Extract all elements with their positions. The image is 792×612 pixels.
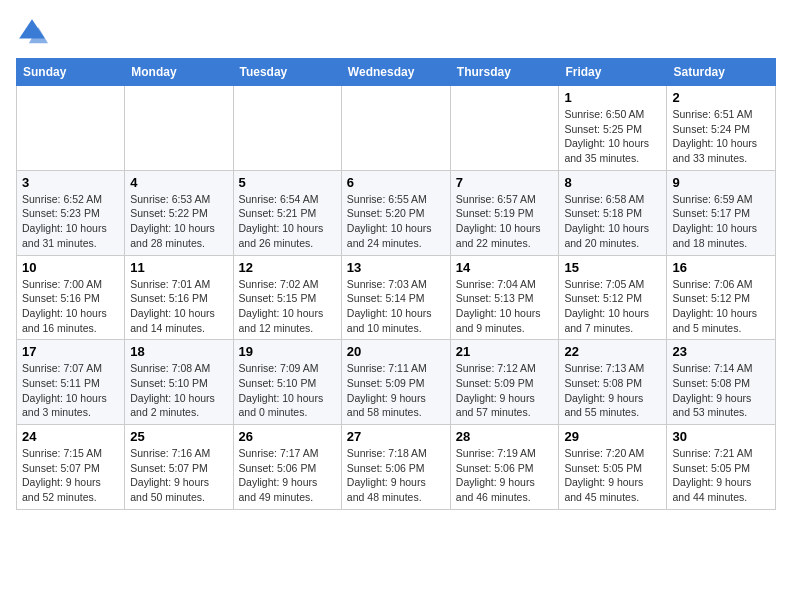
day-info: Sunrise: 7:18 AM Sunset: 5:06 PM Dayligh… xyxy=(347,446,445,505)
day-info: Sunrise: 7:19 AM Sunset: 5:06 PM Dayligh… xyxy=(456,446,554,505)
day-number: 5 xyxy=(239,175,336,190)
day-info: Sunrise: 7:12 AM Sunset: 5:09 PM Dayligh… xyxy=(456,361,554,420)
day-info: Sunrise: 7:00 AM Sunset: 5:16 PM Dayligh… xyxy=(22,277,119,336)
calendar-cell: 15Sunrise: 7:05 AM Sunset: 5:12 PM Dayli… xyxy=(559,255,667,340)
day-info: Sunrise: 7:05 AM Sunset: 5:12 PM Dayligh… xyxy=(564,277,661,336)
calendar-cell: 8Sunrise: 6:58 AM Sunset: 5:18 PM Daylig… xyxy=(559,170,667,255)
calendar-cell: 26Sunrise: 7:17 AM Sunset: 5:06 PM Dayli… xyxy=(233,425,341,510)
day-number: 14 xyxy=(456,260,554,275)
weekday-header: Sunday xyxy=(17,59,125,86)
calendar-cell: 16Sunrise: 7:06 AM Sunset: 5:12 PM Dayli… xyxy=(667,255,776,340)
day-info: Sunrise: 7:21 AM Sunset: 5:05 PM Dayligh… xyxy=(672,446,770,505)
calendar-cell: 24Sunrise: 7:15 AM Sunset: 5:07 PM Dayli… xyxy=(17,425,125,510)
day-info: Sunrise: 7:07 AM Sunset: 5:11 PM Dayligh… xyxy=(22,361,119,420)
calendar-cell: 28Sunrise: 7:19 AM Sunset: 5:06 PM Dayli… xyxy=(450,425,559,510)
calendar-cell: 30Sunrise: 7:21 AM Sunset: 5:05 PM Dayli… xyxy=(667,425,776,510)
calendar-cell: 2Sunrise: 6:51 AM Sunset: 5:24 PM Daylig… xyxy=(667,86,776,171)
logo-icon xyxy=(16,16,48,48)
day-info: Sunrise: 6:59 AM Sunset: 5:17 PM Dayligh… xyxy=(672,192,770,251)
calendar-cell: 21Sunrise: 7:12 AM Sunset: 5:09 PM Dayli… xyxy=(450,340,559,425)
calendar-cell: 1Sunrise: 6:50 AM Sunset: 5:25 PM Daylig… xyxy=(559,86,667,171)
day-number: 27 xyxy=(347,429,445,444)
day-number: 26 xyxy=(239,429,336,444)
day-info: Sunrise: 7:03 AM Sunset: 5:14 PM Dayligh… xyxy=(347,277,445,336)
calendar-cell: 18Sunrise: 7:08 AM Sunset: 5:10 PM Dayli… xyxy=(125,340,233,425)
day-info: Sunrise: 7:14 AM Sunset: 5:08 PM Dayligh… xyxy=(672,361,770,420)
day-number: 25 xyxy=(130,429,227,444)
day-number: 20 xyxy=(347,344,445,359)
day-info: Sunrise: 7:02 AM Sunset: 5:15 PM Dayligh… xyxy=(239,277,336,336)
calendar-cell: 4Sunrise: 6:53 AM Sunset: 5:22 PM Daylig… xyxy=(125,170,233,255)
day-number: 8 xyxy=(564,175,661,190)
day-number: 12 xyxy=(239,260,336,275)
day-number: 13 xyxy=(347,260,445,275)
day-number: 1 xyxy=(564,90,661,105)
calendar-header-row: SundayMondayTuesdayWednesdayThursdayFrid… xyxy=(17,59,776,86)
day-info: Sunrise: 7:13 AM Sunset: 5:08 PM Dayligh… xyxy=(564,361,661,420)
day-number: 21 xyxy=(456,344,554,359)
day-info: Sunrise: 6:57 AM Sunset: 5:19 PM Dayligh… xyxy=(456,192,554,251)
calendar-cell: 27Sunrise: 7:18 AM Sunset: 5:06 PM Dayli… xyxy=(341,425,450,510)
calendar-cell: 19Sunrise: 7:09 AM Sunset: 5:10 PM Dayli… xyxy=(233,340,341,425)
calendar-cell: 13Sunrise: 7:03 AM Sunset: 5:14 PM Dayli… xyxy=(341,255,450,340)
calendar-cell: 23Sunrise: 7:14 AM Sunset: 5:08 PM Dayli… xyxy=(667,340,776,425)
day-info: Sunrise: 7:04 AM Sunset: 5:13 PM Dayligh… xyxy=(456,277,554,336)
day-number: 16 xyxy=(672,260,770,275)
calendar-cell: 3Sunrise: 6:52 AM Sunset: 5:23 PM Daylig… xyxy=(17,170,125,255)
day-info: Sunrise: 7:20 AM Sunset: 5:05 PM Dayligh… xyxy=(564,446,661,505)
day-info: Sunrise: 7:09 AM Sunset: 5:10 PM Dayligh… xyxy=(239,361,336,420)
calendar-cell: 14Sunrise: 7:04 AM Sunset: 5:13 PM Dayli… xyxy=(450,255,559,340)
calendar-week-row: 1Sunrise: 6:50 AM Sunset: 5:25 PM Daylig… xyxy=(17,86,776,171)
day-number: 28 xyxy=(456,429,554,444)
day-number: 23 xyxy=(672,344,770,359)
calendar-table: SundayMondayTuesdayWednesdayThursdayFrid… xyxy=(16,58,776,510)
day-info: Sunrise: 7:06 AM Sunset: 5:12 PM Dayligh… xyxy=(672,277,770,336)
calendar-cell: 29Sunrise: 7:20 AM Sunset: 5:05 PM Dayli… xyxy=(559,425,667,510)
weekday-header: Wednesday xyxy=(341,59,450,86)
day-info: Sunrise: 6:51 AM Sunset: 5:24 PM Dayligh… xyxy=(672,107,770,166)
day-info: Sunrise: 6:52 AM Sunset: 5:23 PM Dayligh… xyxy=(22,192,119,251)
day-number: 29 xyxy=(564,429,661,444)
day-number: 10 xyxy=(22,260,119,275)
calendar-cell: 12Sunrise: 7:02 AM Sunset: 5:15 PM Dayli… xyxy=(233,255,341,340)
day-info: Sunrise: 6:58 AM Sunset: 5:18 PM Dayligh… xyxy=(564,192,661,251)
day-info: Sunrise: 7:11 AM Sunset: 5:09 PM Dayligh… xyxy=(347,361,445,420)
calendar-cell: 5Sunrise: 6:54 AM Sunset: 5:21 PM Daylig… xyxy=(233,170,341,255)
calendar-cell xyxy=(125,86,233,171)
day-info: Sunrise: 6:55 AM Sunset: 5:20 PM Dayligh… xyxy=(347,192,445,251)
calendar-cell xyxy=(17,86,125,171)
calendar-cell: 7Sunrise: 6:57 AM Sunset: 5:19 PM Daylig… xyxy=(450,170,559,255)
calendar-cell: 10Sunrise: 7:00 AM Sunset: 5:16 PM Dayli… xyxy=(17,255,125,340)
day-info: Sunrise: 7:01 AM Sunset: 5:16 PM Dayligh… xyxy=(130,277,227,336)
day-info: Sunrise: 6:54 AM Sunset: 5:21 PM Dayligh… xyxy=(239,192,336,251)
calendar-cell: 9Sunrise: 6:59 AM Sunset: 5:17 PM Daylig… xyxy=(667,170,776,255)
calendar-cell: 17Sunrise: 7:07 AM Sunset: 5:11 PM Dayli… xyxy=(17,340,125,425)
calendar-week-row: 10Sunrise: 7:00 AM Sunset: 5:16 PM Dayli… xyxy=(17,255,776,340)
weekday-header: Monday xyxy=(125,59,233,86)
calendar-cell: 11Sunrise: 7:01 AM Sunset: 5:16 PM Dayli… xyxy=(125,255,233,340)
day-number: 6 xyxy=(347,175,445,190)
day-number: 19 xyxy=(239,344,336,359)
day-info: Sunrise: 7:17 AM Sunset: 5:06 PM Dayligh… xyxy=(239,446,336,505)
weekday-header: Saturday xyxy=(667,59,776,86)
day-info: Sunrise: 6:53 AM Sunset: 5:22 PM Dayligh… xyxy=(130,192,227,251)
day-number: 24 xyxy=(22,429,119,444)
calendar-cell: 20Sunrise: 7:11 AM Sunset: 5:09 PM Dayli… xyxy=(341,340,450,425)
weekday-header: Thursday xyxy=(450,59,559,86)
day-info: Sunrise: 6:50 AM Sunset: 5:25 PM Dayligh… xyxy=(564,107,661,166)
calendar-cell: 22Sunrise: 7:13 AM Sunset: 5:08 PM Dayli… xyxy=(559,340,667,425)
weekday-header: Tuesday xyxy=(233,59,341,86)
logo xyxy=(16,16,52,48)
calendar-cell xyxy=(450,86,559,171)
calendar-cell: 25Sunrise: 7:16 AM Sunset: 5:07 PM Dayli… xyxy=(125,425,233,510)
day-number: 17 xyxy=(22,344,119,359)
day-number: 4 xyxy=(130,175,227,190)
calendar-cell xyxy=(341,86,450,171)
day-number: 30 xyxy=(672,429,770,444)
day-number: 11 xyxy=(130,260,227,275)
day-number: 2 xyxy=(672,90,770,105)
weekday-header: Friday xyxy=(559,59,667,86)
calendar-week-row: 3Sunrise: 6:52 AM Sunset: 5:23 PM Daylig… xyxy=(17,170,776,255)
day-number: 3 xyxy=(22,175,119,190)
calendar-week-row: 24Sunrise: 7:15 AM Sunset: 5:07 PM Dayli… xyxy=(17,425,776,510)
